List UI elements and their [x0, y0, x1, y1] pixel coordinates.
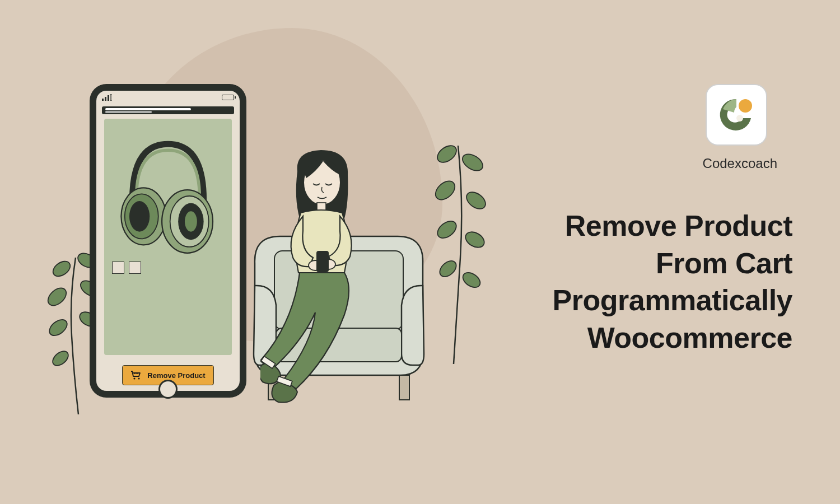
product-card	[104, 119, 232, 355]
svg-point-25	[185, 211, 197, 231]
svg-point-7	[435, 142, 460, 166]
thumbnail-row	[112, 262, 141, 274]
thumbnail[interactable]	[129, 262, 141, 274]
svg-point-11	[435, 218, 460, 241]
svg-rect-17	[108, 95, 109, 101]
brand-name: Codexcoach	[703, 156, 777, 171]
title-line: Programmatically	[553, 282, 792, 319]
page-title: Remove Product From Cart Programmaticall…	[553, 207, 792, 356]
signal-icon	[102, 94, 112, 101]
svg-rect-16	[105, 97, 106, 101]
svg-point-9	[432, 178, 458, 203]
home-button[interactable]	[158, 380, 178, 399]
title-line: From Cart	[553, 245, 792, 282]
status-bar	[96, 91, 240, 104]
woman-illustration	[260, 147, 395, 410]
cart-icon	[130, 371, 142, 380]
svg-point-12	[463, 229, 487, 251]
svg-point-14	[460, 269, 483, 290]
svg-rect-15	[102, 99, 104, 101]
svg-point-10	[464, 189, 489, 212]
svg-point-13	[437, 258, 459, 279]
svg-point-26	[134, 377, 136, 379]
svg-point-27	[138, 377, 140, 379]
svg-rect-31	[399, 375, 409, 400]
svg-point-8	[460, 151, 486, 174]
svg-point-2	[45, 284, 69, 309]
brand-logo-icon	[717, 96, 755, 134]
svg-point-0	[50, 258, 73, 279]
brand-logo-box	[706, 84, 767, 146]
remove-button-label: Remove Product	[147, 371, 205, 380]
address-bar	[102, 106, 234, 114]
thumbnail[interactable]	[112, 262, 124, 274]
svg-rect-36	[316, 251, 329, 272]
svg-point-40	[736, 115, 743, 122]
phone-screen: Remove Product	[96, 91, 240, 391]
svg-point-21	[129, 201, 150, 232]
svg-point-4	[46, 316, 70, 339]
svg-point-39	[739, 99, 752, 113]
phone-mockup: Remove Product	[90, 84, 246, 398]
title-line: Remove Product	[553, 207, 792, 245]
battery-icon	[222, 95, 234, 100]
svg-rect-18	[110, 94, 112, 101]
headphones-illustration	[112, 129, 224, 256]
svg-point-6	[50, 348, 71, 368]
title-line: Woocommerce	[553, 319, 792, 357]
